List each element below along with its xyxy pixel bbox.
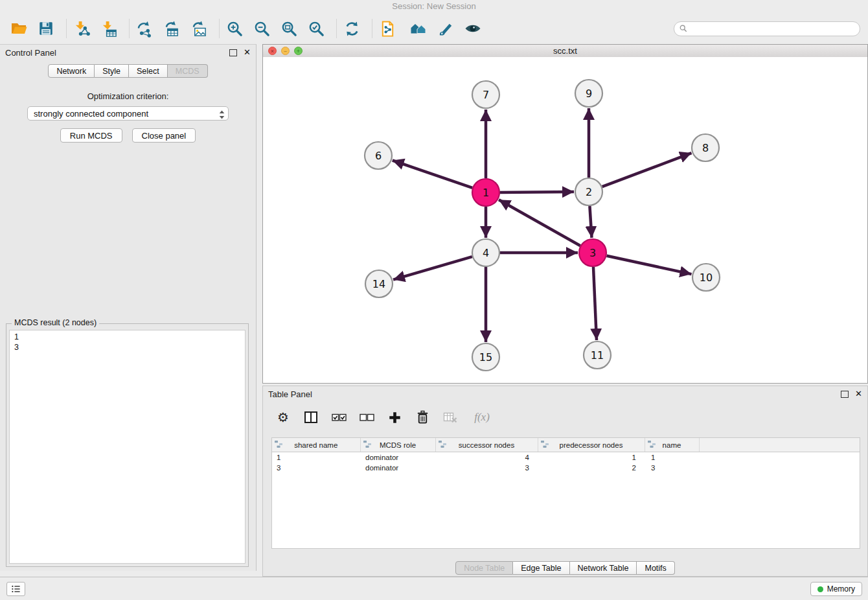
zoom-selected-icon — [308, 20, 325, 38]
table-settings-button[interactable]: ⚙ — [275, 409, 291, 426]
network-group — [133, 16, 210, 41]
delete-row-button[interactable] — [414, 409, 431, 426]
home-view-button[interactable] — [407, 16, 429, 41]
tab-select[interactable]: Select — [129, 64, 168, 78]
apply-style-button[interactable] — [435, 16, 457, 41]
session-group — [8, 16, 57, 41]
select-all-icon — [332, 413, 347, 422]
float-table-panel-icon[interactable] — [841, 391, 849, 398]
refresh-view-button[interactable] — [341, 16, 363, 41]
select-all-button[interactable] — [330, 409, 347, 426]
main-toolbar — [0, 13, 868, 44]
tab-network-table[interactable]: Network Table — [570, 561, 637, 575]
close-window-icon[interactable]: × — [268, 47, 277, 55]
minimize-window-icon[interactable]: − — [281, 47, 290, 55]
load-network-table-button[interactable] — [161, 16, 183, 41]
close-panel-button[interactable]: Close panel — [132, 128, 196, 143]
node-table-header-row: shared nameMCDS rolesuccessor nodesprede… — [272, 438, 860, 452]
zoom-selected-button[interactable] — [305, 16, 327, 41]
criterion-dropdown[interactable]: strongly connected component — [27, 106, 229, 121]
graph-edge-3-1[interactable] — [499, 200, 580, 246]
tab-style[interactable]: Style — [95, 64, 129, 78]
status-bar: Memory — [0, 577, 868, 600]
save-session-button[interactable] — [35, 16, 57, 41]
load-network-button[interactable] — [133, 16, 155, 41]
column-type-icon — [541, 441, 549, 449]
memory-label: Memory — [827, 584, 855, 594]
tab-motifs[interactable]: Motifs — [637, 561, 674, 575]
export-image-button[interactable] — [188, 16, 210, 41]
table-cell: 3 — [435, 463, 538, 473]
close-table-panel-icon[interactable]: ✕ — [855, 391, 862, 397]
deselect-all-button[interactable] — [358, 409, 375, 426]
panel-list-button[interactable] — [6, 582, 25, 596]
refresh-icon — [343, 20, 361, 38]
tab-node-table[interactable]: Node Table — [455, 561, 513, 575]
run-mcds-button[interactable]: Run MCDS — [60, 128, 122, 143]
column-header-name[interactable]: name — [645, 438, 699, 452]
zoom-window-icon[interactable]: + — [294, 47, 303, 55]
add-row-button[interactable] — [386, 409, 403, 426]
control-panel-title: Control Panel — [5, 48, 56, 58]
delete-table-icon — [443, 411, 458, 424]
table-cell-filler — [699, 463, 860, 473]
graph-node-label-1: 1 — [483, 187, 489, 199]
home-icon — [409, 19, 428, 38]
graph-edge-2-3[interactable] — [589, 206, 591, 238]
table-row[interactable]: 3dominator323 — [272, 463, 860, 473]
tab-edge-table[interactable]: Edge Table — [513, 561, 569, 575]
delete-table-button[interactable] — [442, 409, 459, 426]
graph-node-label-14: 14 — [372, 278, 385, 290]
network-canvas[interactable]: 7968124314101511 — [263, 57, 867, 383]
zoom-in-button[interactable] — [223, 16, 246, 41]
graph-edge-1-2[interactable] — [500, 192, 574, 192]
search-input[interactable] — [691, 23, 854, 34]
tab-mcds[interactable]: MCDS — [168, 64, 208, 78]
list-icon — [11, 583, 21, 595]
network-view-window: × − + scc.txt 7968124314101511 — [262, 44, 868, 384]
column-header-successor-nodes[interactable]: successor nodes — [435, 438, 538, 452]
import-network-button[interactable] — [71, 16, 93, 41]
graph-edge-1-6[interactable] — [393, 161, 472, 188]
toolbar-separator — [219, 19, 220, 38]
zoom-out-button[interactable] — [251, 16, 273, 41]
open-session-button[interactable] — [8, 16, 30, 41]
graph-edge-2-8[interactable] — [602, 153, 692, 187]
float-panel-icon[interactable] — [229, 49, 237, 56]
graph-edge-4-14[interactable] — [393, 257, 472, 280]
search-field[interactable] — [674, 21, 860, 36]
tab-network[interactable]: Network — [48, 64, 95, 78]
clone-network-button[interactable] — [376, 16, 398, 41]
column-header-predecessor-nodes[interactable]: predecessor nodes — [538, 438, 645, 452]
graph-edge-3-10[interactable] — [607, 256, 692, 274]
import-table-button[interactable] — [98, 16, 120, 41]
trash-icon — [416, 410, 429, 424]
column-header-shared-name[interactable]: shared name — [272, 438, 360, 452]
window-title: Session: New Session — [392, 1, 475, 11]
clone-network-icon — [379, 20, 396, 38]
column-header-MCDS-role[interactable]: MCDS role — [360, 438, 435, 452]
vertical-splitter[interactable] — [257, 44, 262, 571]
graph-node-label-10: 10 — [700, 271, 713, 284]
graph-edge-3-11[interactable] — [593, 267, 597, 340]
zoom-out-icon — [253, 20, 271, 38]
view-group — [407, 16, 484, 41]
toolbar-separator — [372, 19, 372, 38]
show-columns-button[interactable] — [303, 409, 319, 426]
zoom-fit-button[interactable] — [278, 16, 300, 41]
network-graph[interactable]: 7968124314101511 — [263, 57, 867, 382]
memory-status-icon — [817, 586, 823, 592]
graph-node-label-8: 8 — [702, 142, 709, 154]
export-image-icon — [190, 20, 208, 38]
network-window-titlebar: × − + scc.txt — [263, 45, 867, 58]
criterion-dropdown-value: strongly connected component — [34, 109, 148, 119]
table-cell: 1 — [538, 452, 645, 463]
memory-button[interactable]: Memory — [810, 582, 862, 596]
show-graphics-details-button[interactable] — [462, 16, 484, 41]
table-cell-filler — [699, 452, 860, 463]
apply-function-button[interactable]: f(x) — [470, 409, 494, 426]
mcds-result-text[interactable]: 1 3 — [9, 330, 246, 564]
table-row[interactable]: 1dominator411 — [272, 452, 860, 463]
close-panel-icon[interactable]: ✕ — [244, 49, 251, 56]
column-type-icon — [439, 441, 446, 449]
